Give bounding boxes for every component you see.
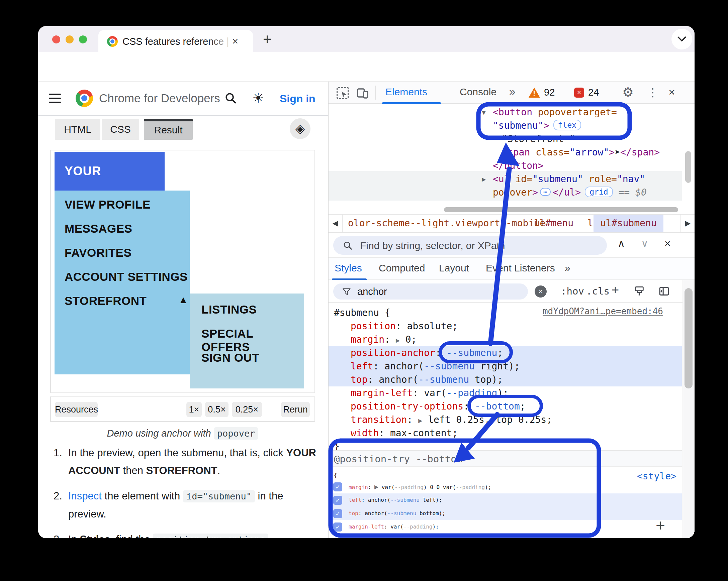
breadcrumb-item[interactable]: ul#submenu [594,215,664,232]
warning-icon[interactable] [528,88,540,98]
error-count[interactable]: 24 [588,87,599,98]
tree-line[interactable]: </button> [493,159,544,172]
site-brand[interactable]: Chrome for Developers [99,91,220,105]
close-window-button[interactable] [52,35,60,44]
elements-vertical-scrollbar-thumb[interactable] [685,151,691,183]
declaration-checkbox[interactable]: ✓ [333,509,342,518]
search-icon[interactable] [224,91,237,104]
style-filter-input[interactable]: anchor [333,283,528,300]
toggle-hover-state-button[interactable]: :hov [561,285,584,297]
tab-close-icon[interactable]: × [232,35,238,48]
find-next-icon[interactable]: ∨ [641,237,648,249]
menu-item[interactable]: ACCOUNT SETTINGS [64,270,188,283]
elements-horizontal-scrollbar[interactable] [329,205,695,214]
css-declaration[interactable]: left: anchor(--submenu right); [329,360,682,373]
styles-panel-tab[interactable]: Styles [335,262,362,274]
submenu-item[interactable]: SIGN OUT [201,351,259,364]
menu-item[interactable]: MESSAGES [64,222,132,236]
declaration-checkbox[interactable]: ✓ [333,496,342,505]
position-try-header[interactable]: @position-try --bottom [329,450,682,467]
tab-css[interactable]: CSS [102,119,139,140]
css-declaration[interactable]: transition: ▶ left 0.25s, top 0.25s; [329,413,682,426]
css-declaration[interactable]: width: max-content; [329,426,682,440]
styles-panel-tab[interactable]: Computed [379,262,425,274]
menu-item[interactable]: STOREFRONT ▲ [64,294,147,308]
devtools-tab-elements[interactable]: Elements [385,86,427,98]
tree-line[interactable]: "submenu">flex [493,119,581,132]
css-declaration[interactable]: margin: ▶ 0; [329,333,682,346]
rule-source-link[interactable]: mdYdpOM?ani…pe=embed:46 [543,306,663,316]
styles-panel-tab[interactable]: Layout [439,262,469,274]
submenu-item[interactable]: LISTINGS [201,303,257,316]
your-account-button[interactable]: YOUR ACCOUNT [55,152,164,191]
breadcrumbs-scroll-left-icon[interactable]: ◀ [329,215,343,232]
position-try-declaration[interactable]: ✓left: anchor(--submenu left); [329,493,682,507]
position-try-declaration[interactable]: ✓margin-left: var(--padding); [329,520,682,533]
css-declaration[interactable]: position-anchor: --submenu; [329,346,682,360]
css-declaration[interactable]: top: anchor(--submenu top); [329,373,682,386]
submenu-item[interactable]: SPECIAL OFFERS [201,327,304,354]
styles-panel-tab[interactable]: » [565,262,570,274]
styles-scrollbar-thumb[interactable] [684,288,693,388]
zoom-button[interactable]: 1× [186,402,202,417]
css-declaration[interactable]: position: absolute; [329,320,682,333]
resources-button[interactable]: Resources [55,402,98,417]
rerun-button[interactable]: Rerun [281,402,310,417]
zoom-button[interactable]: 0.25× [232,402,262,417]
devtools-settings-gear-icon[interactable]: ⚙ [622,85,634,100]
tree-line[interactable]: <span class="arrow">➤</span> [502,146,660,159]
breadcrumb-item[interactable]: ul#menu [534,215,573,232]
declaration-checkbox[interactable]: ✓ [333,523,342,531]
find-previous-icon[interactable]: ∧ [618,237,625,249]
minimize-window-button[interactable] [66,35,74,44]
clear-filter-icon[interactable]: × [535,285,547,298]
find-input[interactable]: Find by string, selector, or XPath [333,236,607,255]
error-icon[interactable]: × [574,88,584,98]
more-tabs-icon[interactable]: » [509,85,516,98]
browser-tab[interactable]: CSS features reference | Chr × [98,30,253,52]
breadcrumb-item[interactable]: olor-scheme--light.viewport--mobile [348,215,545,232]
rendering-brush-icon[interactable] [634,285,645,297]
css-declaration[interactable]: margin-left: var(--padding); [329,386,682,400]
tab-html[interactable]: HTML [55,119,100,140]
layout-badge[interactable]: grid [585,187,613,197]
scrollbar-thumb[interactable] [444,207,678,212]
menu-item[interactable]: VIEW PROFILE [64,198,151,211]
devtools-menu-icon[interactable]: ⋮ [647,86,658,99]
layout-badge[interactable]: flex [553,120,581,130]
menu-item[interactable]: FAVORITES [64,246,131,259]
tree-line[interactable]: popover>⋯</ul>grid == $0 [493,186,647,199]
tree-line[interactable]: ▼<button popovertarget= [493,106,617,119]
new-style-rule-button[interactable]: + [612,283,619,297]
devtools-tab-console[interactable]: Console [460,86,496,98]
breadcrumbs-scroll-right-icon[interactable]: ▶ [680,215,695,232]
devtools-close-icon[interactable]: × [669,86,675,99]
inspect-element-icon[interactable] [337,87,348,99]
hamburger-menu-icon[interactable] [49,93,61,104]
tree-line[interactable]: ▶<ul id="submenu" role="nav" [493,172,645,186]
warning-count[interactable]: 92 [544,87,555,98]
position-try-declaration[interactable]: ✓margin: ▶ var(--padding) 0 0 var(--padd… [329,480,682,493]
code-token[interactable]: ⋯ [540,188,551,196]
tab-search-chevron-button[interactable] [672,29,692,50]
tab-result[interactable]: Result [144,119,193,140]
inspect-link[interactable]: Inspect [68,490,102,502]
styles-panel-tab[interactable]: Event Listeners [486,262,555,274]
position-try-declaration[interactable]: ✓top: anchor(--submenu bottom); [329,507,682,520]
find-close-icon[interactable]: × [665,237,671,250]
declaration-checkbox[interactable]: ✓ [333,482,342,491]
theme-toggle-icon[interactable]: ☀ [252,90,264,106]
code-token: left [348,497,362,503]
tree-line[interactable]: "Storefront " [502,132,575,146]
css-declaration[interactable]: position-try-options: --bottom; [329,400,682,413]
maximize-window-button[interactable] [79,35,87,44]
new-tab-button[interactable]: + [263,31,272,48]
sign-in-link[interactable]: Sign in [280,92,315,105]
sidebar-toggle-icon[interactable] [658,285,670,297]
tree-expander-icon[interactable]: ▶ [482,172,486,186]
zoom-button[interactable]: 0.5× [205,402,229,417]
tree-expander-icon[interactable]: ▼ [482,106,486,119]
toggle-classes-button[interactable]: .cls [586,285,609,297]
device-toolbar-icon[interactable] [357,87,369,99]
codepen-icon[interactable]: ◈ [290,118,310,139]
